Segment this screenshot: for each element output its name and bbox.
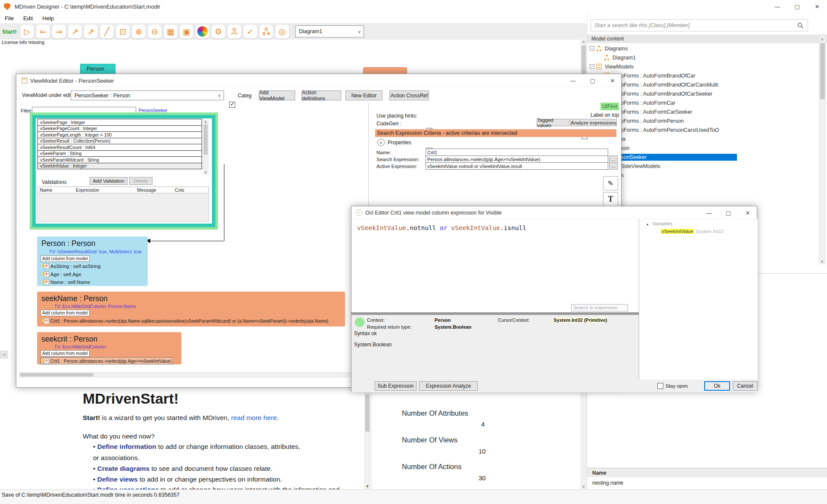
tree-item[interactable]: AutoForms : AutoFormCarSeeker (587, 107, 818, 116)
zoom-in-button[interactable]: ⊕ (131, 24, 146, 39)
add-column-button[interactable]: Add column from model (40, 350, 90, 357)
properties-collapse-icon[interactable]: ∧ (377, 139, 385, 146)
tree-scrollbar[interactable]: ∧ ∨ (819, 36, 826, 264)
maximize-button[interactable]: ▢ (718, 206, 738, 219)
vm-titlebar[interactable]: ViewModel Editor - PersonSeeker — ▢ ✕ (16, 74, 621, 87)
new-editor-button[interactable]: New Editor (345, 90, 382, 100)
scroll-down-icon[interactable]: ▼ (365, 483, 370, 489)
variable-name[interactable]: vSeekIntValue (661, 229, 694, 234)
define-information-link[interactable]: Define information (97, 443, 156, 450)
seekname-viewmodel-box[interactable]: seekName : Person TV: Eco.HiliteGridColu… (37, 292, 345, 327)
tree-item[interactable]: AutoForms : AutoFormCar (587, 98, 818, 107)
search-expression-input[interactable]: Person.allinstances->select(p|p.Age>=vSe… (426, 156, 608, 163)
ocl-expression[interactable]: vSeekIntValue.notnull or vSeekIntValue.i… (357, 224, 526, 231)
tree-item-label[interactable]: ViewModels (603, 63, 635, 70)
analyze-expressions-button[interactable]: Analyze expressions (570, 119, 617, 126)
column-header[interactable]: Expression (76, 187, 99, 193)
doc-scrollbar[interactable]: ▲ ▼ (364, 388, 370, 489)
vm-column-row[interactable]: Name : self.Name (42, 279, 90, 285)
vm-property-row[interactable]: vSeekParamWildcard : String (37, 156, 202, 163)
debug-spiral-button[interactable]: ◎ (275, 24, 289, 39)
validate-check-button[interactable]: ✓ (243, 24, 258, 39)
property-list-thumb[interactable] (204, 124, 208, 155)
person-viewmodel-box[interactable]: Person : Person TV: IsSeekerResultGrid: … (37, 236, 148, 286)
tree-item-label[interactable]: AutoForms : AutoFormPerson (611, 118, 685, 124)
autoform-button[interactable]: ▦ (163, 24, 178, 39)
property-list-scrollbar[interactable]: ∧ ∨ (203, 119, 208, 174)
active-expression-ellipsis-button[interactable]: ... (609, 162, 618, 170)
minimize-button[interactable]: — (699, 206, 719, 219)
tree-item-label[interactable]: AutoForms : AutoFormBrandOfCarCarsMulti (611, 81, 719, 88)
seekcrit-viewmodel-box[interactable]: seekcrit : Person TV: Eco.HiliteGridColu… (37, 332, 181, 364)
cancel-button[interactable]: Cancel (733, 381, 758, 391)
tree-item[interactable]: Queries (587, 171, 818, 180)
variable-row[interactable]: vSeekIntValue System.Int32 (661, 229, 724, 234)
column-header[interactable]: Message (137, 187, 156, 193)
person-access-button[interactable] (227, 24, 242, 39)
tree-item[interactable]: AutoForms : AutoFormPerson (587, 116, 818, 125)
person-box-title[interactable]: Person : Person (41, 239, 95, 248)
zoom-out-button[interactable]: ⊖ (147, 24, 162, 39)
tree-item-label[interactable]: AutoForms : AutoFormPersonCarsIUsedToO (611, 127, 720, 134)
settings-gears-button[interactable]: ⚙ (211, 24, 226, 39)
minimize-button[interactable]: — (768, 0, 787, 13)
tree-scrollbar-thumb[interactable] (820, 43, 825, 99)
model-search-input[interactable] (591, 19, 808, 31)
ocl-titlebar[interactable]: ✓ Ocl Editor Crit1 view model column exp… (351, 206, 757, 219)
seekname-box-title[interactable]: seekName : Person (41, 294, 108, 303)
collapse-icon[interactable]: − (590, 64, 594, 69)
run-button[interactable]: ▷ (20, 24, 34, 39)
tree-item-label[interactable]: AutoForms : AutoFormCarSeeker (611, 109, 693, 115)
menu-file[interactable]: File (0, 15, 19, 22)
vm-property-row[interactable]: vSeekerPageLength : Integer = 100 (37, 131, 202, 138)
scroll-up-icon[interactable]: ∧ (581, 39, 586, 45)
scroll-down-icon[interactable]: ∨ (203, 170, 208, 174)
association-tool-button[interactable]: ↗ (68, 24, 82, 39)
expression-analyze-button[interactable]: Expression Analyze (419, 381, 478, 391)
maximize-button[interactable]: ▢ (583, 74, 603, 87)
vm-property-row[interactable]: vSeekerResult : Collection(Person) (37, 138, 202, 145)
crit-name-input[interactable]: Crit1 (426, 149, 608, 156)
tree-item-personseeker-selected[interactable]: PersonSeeker (587, 152, 818, 162)
add-column-button[interactable]: Add column from model (40, 255, 90, 262)
property-panel-value[interactable]: nesting.name (592, 480, 623, 486)
tree-item[interactable]: Person (587, 143, 818, 152)
minimize-button[interactable]: — (563, 74, 583, 87)
tree-item[interactable]: AutoForms : AutoFormBrandOfCarSeeker (587, 89, 818, 98)
vm-property-row[interactable]: vSeekerPage : Integer (37, 119, 202, 126)
search-icon[interactable] (797, 22, 804, 29)
pattern-nodes-button[interactable] (259, 24, 274, 39)
crit1-row-selected[interactable]: Crit1 : Person.allinstances->select(p|p.… (40, 357, 173, 364)
viewmodel-under-edit-combo[interactable]: PersonSeeker : Person ∨ (71, 90, 224, 100)
tree-item-viewmodels[interactable]: − ViewModels (587, 62, 818, 71)
tagged-values-button[interactable]: Tagged values (537, 119, 569, 126)
tree-item-label[interactable]: Diagrams (603, 45, 629, 52)
vm-column-row[interactable]: Age : self.Age (42, 271, 81, 277)
tree-item-label[interactable]: AutoForms : AutoFormBrandOfCarSeeker (611, 90, 714, 97)
define-views-link[interactable]: Define views (97, 476, 138, 483)
vm-property-row[interactable]: vSeekerPageCount : Integer (37, 125, 202, 132)
delete-validation-button[interactable]: Delete (129, 177, 152, 185)
read-more-link[interactable]: read more here (231, 414, 277, 421)
search-in-expression-input[interactable]: Search in expression (571, 304, 628, 311)
tree-item-label[interactable]: AutoForms : AutoFormBrandOfCar (611, 72, 696, 79)
action-definitions-button[interactable]: Action definitions (302, 90, 341, 100)
add-viewmodel-button[interactable]: Add ViewModel (259, 90, 295, 100)
text-tool-button[interactable]: T (603, 192, 618, 206)
doc-scrollbar-thumb[interactable] (365, 395, 370, 432)
tree-item[interactable]: AutoForms : AutoFormPersonCarsIUsedToO (587, 125, 818, 134)
crit1-row[interactable]: Crit1 : Person.allinstances->select(a|a.… (42, 318, 343, 324)
collapse-icon[interactable]: − (590, 46, 594, 51)
scroll-up-icon[interactable]: ∧ (203, 119, 208, 124)
start-label[interactable]: Start! (2, 28, 17, 35)
active-expression-input[interactable]: vSeekIntValue.notnull or vSeekIntValue.i… (426, 162, 608, 170)
add-column-button[interactable]: Add column from model (40, 310, 90, 316)
tree-item-label[interactable]: PersonSeeker (611, 154, 737, 161)
add-validation-button[interactable]: Add Validation (90, 177, 127, 185)
vm-hscrollbar[interactable] (19, 372, 369, 377)
scroll-down-icon[interactable]: ∨ (819, 258, 825, 264)
create-diagrams-link[interactable]: Create diagrams (97, 465, 149, 472)
menu-help[interactable]: Help (37, 15, 59, 22)
scroll-left-icon[interactable]: ◁ (0, 351, 8, 358)
vm-property-row-selected[interactable]: vSeekIntValue : Integer (37, 163, 202, 170)
